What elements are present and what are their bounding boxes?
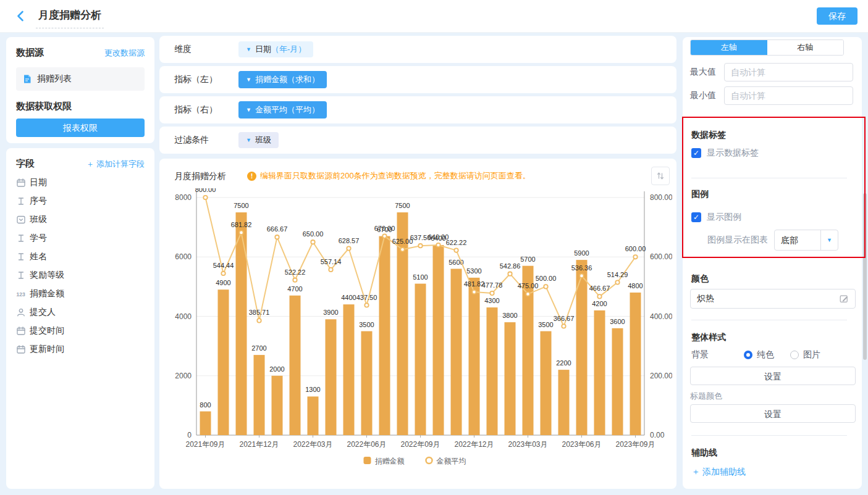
bar[interactable] xyxy=(415,284,426,435)
metric-left-value: 捐赠金额（求和） xyxy=(255,74,319,85)
add-calculated-field-link[interactable]: ＋ 添加计算字段 xyxy=(86,159,145,170)
field-item-姓名[interactable]: 姓名 xyxy=(16,248,145,266)
add-guide-line-link[interactable]: ＋ 添加辅助线 xyxy=(691,467,746,478)
line-point[interactable] xyxy=(293,278,297,282)
line-point[interactable] xyxy=(508,272,512,276)
bar[interactable] xyxy=(290,296,301,435)
bar[interactable] xyxy=(361,331,373,435)
bar[interactable] xyxy=(523,266,534,435)
line-point[interactable] xyxy=(597,294,601,298)
back-button[interactable] xyxy=(14,9,28,23)
metric-right-pill[interactable]: ▼ 金额平均（平均） xyxy=(238,101,327,119)
svg-text:666.67: 666.67 xyxy=(267,225,288,233)
line-point[interactable] xyxy=(454,248,458,252)
line-point[interactable] xyxy=(221,272,225,275)
chart-canvas[interactable]: 020004000600080000.00200.00400.00600.008… xyxy=(166,188,672,481)
line-point[interactable] xyxy=(275,235,279,239)
legend-line-swatch[interactable] xyxy=(426,457,432,464)
bar[interactable] xyxy=(594,310,605,435)
show-legend-checkbox[interactable]: ✓ 显示图例 xyxy=(691,212,741,223)
field-item-奖励等级[interactable]: 奖励等级 xyxy=(16,266,145,285)
line-point[interactable] xyxy=(418,244,422,248)
radio-checked-icon[interactable] xyxy=(744,351,752,359)
filter-pill[interactable]: ▼ 班级 xyxy=(238,132,279,148)
metric-left-pill[interactable]: ▼ 捐赠金额（求和） xyxy=(238,71,327,88)
legend-position-value: 底部 xyxy=(775,230,820,250)
sort-toggle-button[interactable] xyxy=(651,167,670,185)
svg-text:522.22: 522.22 xyxy=(285,268,306,276)
bar[interactable] xyxy=(326,319,337,435)
tab-left-axis[interactable]: 左轴 xyxy=(691,40,767,55)
bar[interactable] xyxy=(541,331,552,435)
report-permission-button[interactable]: 报表权限 xyxy=(16,119,145,137)
plus-icon: ＋ xyxy=(86,159,96,168)
chart-warning-text: 编辑界面只取数据源前200条作为查询数据预览，完整数据请访问页面查看。 xyxy=(260,170,531,181)
bar[interactable] xyxy=(397,212,408,435)
min-value-input[interactable] xyxy=(724,86,853,105)
field-item-捐赠金额[interactable]: 123捐赠金额 xyxy=(16,285,145,303)
line-point[interactable] xyxy=(562,324,565,328)
line-point[interactable] xyxy=(472,290,476,294)
line-point[interactable] xyxy=(544,285,547,288)
line-point[interactable] xyxy=(615,280,619,284)
line-point[interactable] xyxy=(633,255,637,259)
bar[interactable] xyxy=(433,245,444,435)
field-item-日期[interactable]: 日期 xyxy=(16,173,145,192)
bar[interactable] xyxy=(200,412,211,436)
bar[interactable] xyxy=(218,289,229,435)
save-button[interactable]: 保存 xyxy=(817,7,857,25)
bar[interactable] xyxy=(505,322,516,435)
line-point[interactable] xyxy=(382,234,386,238)
line-point[interactable] xyxy=(490,291,494,295)
show-data-label-checkbox[interactable]: ✓ 显示数据标签 xyxy=(691,148,759,159)
max-value-input[interactable] xyxy=(724,63,853,81)
bar[interactable] xyxy=(343,304,355,435)
bar[interactable] xyxy=(308,396,319,435)
bg-set-button[interactable]: 设置 xyxy=(690,367,856,385)
line-point[interactable] xyxy=(364,303,368,307)
line-point[interactable] xyxy=(311,240,314,244)
bar[interactable] xyxy=(254,355,265,435)
legend-position-select[interactable]: 底部 ▼ xyxy=(774,230,838,251)
svg-text:514.29: 514.29 xyxy=(607,271,628,278)
bg-image-option[interactable]: 图片 xyxy=(803,349,820,360)
dimension-pill[interactable]: ▼ 日期 （年-月） xyxy=(238,41,313,57)
bar[interactable] xyxy=(451,269,462,436)
field-item-更新时间[interactable]: 更新时间 xyxy=(16,340,145,359)
field-item-提交人[interactable]: 提交人 xyxy=(16,303,145,322)
line-point[interactable] xyxy=(203,196,207,199)
change-datasource-link[interactable]: 更改数据源 xyxy=(104,48,145,59)
bar[interactable] xyxy=(487,307,498,435)
scrollbar-thumb[interactable] xyxy=(863,193,867,360)
datasource-item[interactable]: 捐赠列表 xyxy=(16,67,145,91)
line-point[interactable] xyxy=(347,246,350,250)
legend-bar-swatch[interactable] xyxy=(364,457,371,464)
caret-down-icon: ▼ xyxy=(246,46,251,52)
color-scheme-input[interactable]: 炽热 xyxy=(690,289,856,309)
bar[interactable] xyxy=(272,376,283,435)
bar[interactable] xyxy=(612,328,623,435)
line-point[interactable] xyxy=(526,292,529,296)
metric-right-value: 金额平均（平均） xyxy=(255,104,319,115)
field-item-提交时间[interactable]: 提交时间 xyxy=(16,322,145,340)
line-point[interactable] xyxy=(257,318,261,322)
line-point[interactable] xyxy=(329,268,332,272)
bg-solid-option[interactable]: 纯色 xyxy=(757,349,774,360)
bar[interactable] xyxy=(630,293,641,435)
dimension-row: 维度 ▼ 日期 （年-月） xyxy=(159,36,676,63)
bar[interactable] xyxy=(558,370,570,435)
bar[interactable] xyxy=(469,278,480,435)
field-item-学号[interactable]: 学号 xyxy=(16,229,145,248)
line-point[interactable] xyxy=(400,248,404,251)
line-point[interactable] xyxy=(436,243,440,247)
field-item-序号[interactable]: 序号 xyxy=(16,192,145,210)
title-color-set-button[interactable]: 设置 xyxy=(690,404,856,423)
line-point[interactable] xyxy=(579,274,583,278)
line-point[interactable] xyxy=(239,231,243,235)
svg-text:2022年12月: 2022年12月 xyxy=(454,440,494,449)
tab-right-axis[interactable]: 右轴 xyxy=(767,40,844,55)
radio-unchecked-icon[interactable] xyxy=(790,351,799,359)
field-item-班级[interactable]: 班级 xyxy=(16,210,145,229)
bar[interactable] xyxy=(236,212,247,435)
bar[interactable] xyxy=(379,236,390,435)
